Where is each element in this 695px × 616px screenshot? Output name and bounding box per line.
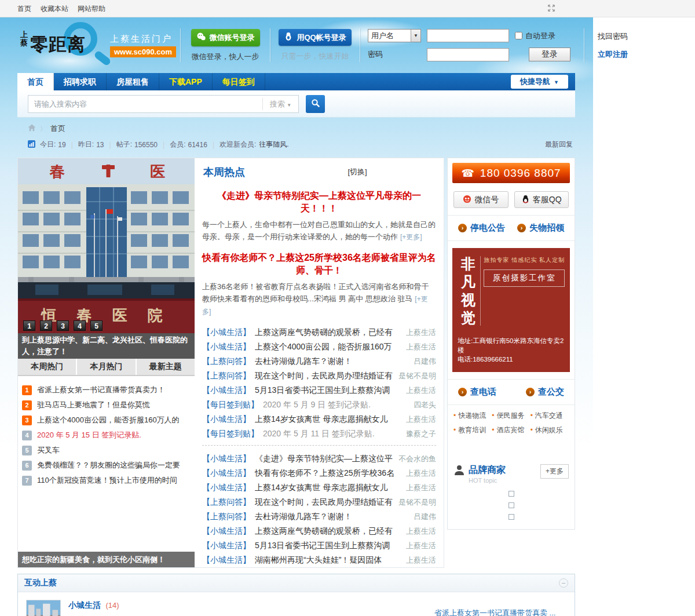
password-input[interactable] xyxy=(427,48,509,61)
fullscreen-icon[interactable] xyxy=(547,4,555,12)
thread-title-link[interactable]: 快看有你老师不？上蔡这25所学校36名 xyxy=(255,468,400,479)
hot-topic-link[interactable]: 110个新冠疫苗竞速！预计上市使用的时间 xyxy=(37,475,177,486)
carousel-page-button[interactable]: 4 xyxy=(74,320,86,331)
brand-merchants-title[interactable]: 品牌商家 xyxy=(469,464,506,476)
search-button[interactable] xyxy=(306,95,325,113)
notice-link[interactable]: › 停电公告 xyxy=(458,223,505,234)
new-member-link[interactable]: 往事随风. xyxy=(259,140,288,150)
carousel-page-button[interactable]: 3 xyxy=(57,320,69,331)
thread-title-link[interactable]: 去杜诗湖做几路车？谢谢！ xyxy=(255,512,408,522)
left-tab[interactable]: 最新主题 xyxy=(137,359,195,375)
thread-title-link[interactable]: 现在这个时间，去民政局办理结婚证有 xyxy=(255,371,393,381)
carousel-page-button[interactable]: 2 xyxy=(40,320,52,331)
topbar-link[interactable]: 收藏本站 xyxy=(41,5,68,13)
thread-author-link[interactable]: 上蔡生活 xyxy=(406,327,436,338)
service-link[interactable]: 休闲娱乐 xyxy=(531,425,569,435)
thread-title-link[interactable]: 湖南郴州再现“大头娃娃”！疑因固体 xyxy=(255,555,400,566)
thread-author-link[interactable]: 上蔡生活 xyxy=(406,414,436,425)
photo-studio-ad[interactable]: 非凡 视觉 旅拍专家 情感纪实 私人定制 原创摄影工作室 地址:工商银行南50米… xyxy=(452,248,570,372)
thread-author-link[interactable]: 四老头 xyxy=(414,400,436,410)
service-link[interactable]: 教育培训 xyxy=(453,425,492,435)
hot-topic-link[interactable]: 驻马店马上要地震了！但是你莫慌 xyxy=(37,400,150,410)
thread-category-link[interactable]: 【小城生活】 xyxy=(202,342,251,352)
service-link[interactable]: 汽车交通 xyxy=(531,411,569,421)
carousel-caption[interactable]: 到上蔡思源中学、新二高、龙兴社区、恒春医院的人，注意了！ xyxy=(18,333,195,359)
thread-author-link[interactable]: 上蔡生活 xyxy=(406,468,436,479)
thread-category-link[interactable]: 【小城生活】 xyxy=(202,483,251,493)
latest-replies-link[interactable]: 最新回复 xyxy=(545,140,573,150)
thread-title-link[interactable]: 去杜诗湖做几路车？谢谢！ xyxy=(255,356,408,367)
username-input[interactable] xyxy=(427,29,509,42)
breadcrumb-home-link[interactable]: 首页 xyxy=(50,123,65,134)
carousel[interactable]: 春 医 xyxy=(18,158,195,359)
hot-topic-link[interactable]: 免费领榴莲？？朋友圈的这些骗局你一定要 xyxy=(37,460,180,471)
thread-title-link[interactable]: 5月13日省委书记王国生到上蔡蔡沟调 xyxy=(255,385,400,396)
thread-title-link[interactable]: 上蔡14岁女孩离世 母亲志愿捐献女儿 xyxy=(255,483,400,493)
carousel-page-button[interactable]: 5 xyxy=(90,320,103,331)
thread-category-link[interactable]: 【每日签到贴】 xyxy=(202,429,259,439)
thread-title-link[interactable]: 《走进》母亲节特别纪实—上蔡这位平 xyxy=(255,454,393,464)
thread-author-link[interactable]: 上蔡生活 xyxy=(406,555,436,566)
notice-link[interactable]: › 失物招领 xyxy=(517,223,564,234)
more-link[interactable]: [+更多] xyxy=(400,233,422,241)
service-link[interactable]: 快递物流 xyxy=(453,411,492,421)
thread-title-link[interactable]: 上蔡这两座气势磅礴的观景桥，已经有 xyxy=(255,327,400,338)
nav-tab[interactable]: 下载APP xyxy=(159,73,213,90)
service-link[interactable]: 酒店宾馆 xyxy=(492,425,530,435)
thread-author-link[interactable]: 是铭不是明 xyxy=(398,497,436,508)
forum-name-link[interactable]: 小城生活 xyxy=(68,600,101,610)
thread-title-link[interactable]: 上蔡这个4000亩公园，能否折服160万 xyxy=(255,342,400,352)
hot-topic-link[interactable]: 省派上蔡女第一书记直播带货真卖力！ xyxy=(37,385,165,395)
thread-author-link[interactable]: 上蔡生活 xyxy=(406,342,436,352)
wechat-login-button[interactable]: 微信账号登录 xyxy=(191,29,260,46)
thread-author-link[interactable]: 豫蔡之子 xyxy=(406,429,436,439)
thread-author-link[interactable]: 吕建伟 xyxy=(414,356,436,367)
thread-author-link[interactable]: 吕建伟 xyxy=(414,512,436,522)
carousel-page-button[interactable]: 1 xyxy=(23,320,35,331)
qq-login-button[interactable]: 用QQ帐号登录 xyxy=(279,29,351,46)
hot-topic-link[interactable]: 2020 年 5 月 15 日 签到记录贴. xyxy=(37,430,141,440)
nav-tab[interactable]: 每日签到 xyxy=(213,73,265,90)
feature-headline[interactable]: 《走进》母亲节特别纪实—上蔡这位平凡母亲的一天！！！ xyxy=(202,189,436,215)
hot-topic-link[interactable]: 买叉车 xyxy=(37,445,60,455)
wechat-id-button[interactable]: 微信号 xyxy=(453,191,509,208)
more-button[interactable]: +更多 xyxy=(540,464,569,479)
login-button[interactable]: 登录 xyxy=(529,48,570,61)
collapse-icon[interactable]: – xyxy=(559,578,568,588)
thread-author-link[interactable]: 是铭不是明 xyxy=(398,371,436,381)
thread-category-link[interactable]: 【小城生活】 xyxy=(202,385,251,396)
thread-category-link[interactable]: 【小城生活】 xyxy=(202,327,251,338)
left-tab[interactable]: 本周热门 xyxy=(18,359,76,375)
thread-author-link[interactable]: 上蔡生活 xyxy=(406,483,436,493)
qq-service-button[interactable]: 客服QQ xyxy=(514,191,569,208)
find-password-link[interactable]: 找回密码 xyxy=(598,31,628,42)
thread-category-link[interactable]: 【上蔡问答】 xyxy=(202,371,251,381)
contact-phone-banner[interactable]: ☎ 180 0396 8807 xyxy=(452,163,570,183)
search-type-select[interactable]: 搜索 ▼ xyxy=(262,98,298,110)
thread-title-link[interactable]: 5月13日省委书记王国生到上蔡蔡沟调 xyxy=(255,541,400,551)
thread-category-link[interactable]: 【小城生活】 xyxy=(202,555,251,566)
hot-topic-link[interactable]: 上蔡这个4000亩公园，能否折服160万人的 xyxy=(37,415,180,425)
left-tab[interactable]: 本月热门 xyxy=(77,359,135,375)
thread-title-link[interactable]: 现在这个时间，去民政局办理结婚证有 xyxy=(255,497,393,508)
thread-category-link[interactable]: 【上蔡问答】 xyxy=(202,356,251,367)
thread-title-link[interactable]: 上蔡这两座气势磅礴的观景桥，已经有 xyxy=(255,526,400,537)
left-ad-banner[interactable]: 想吃正宗的新疆美食，就到天伦小区南侧！ xyxy=(18,552,195,567)
home-icon[interactable] xyxy=(28,124,36,133)
service-link[interactable]: 便民服务 xyxy=(492,411,530,421)
thread-author-link[interactable]: 上蔡生活 xyxy=(406,541,436,551)
forum-section-title[interactable]: 互动上蔡 xyxy=(24,578,57,588)
switch-link[interactable]: [切换] xyxy=(313,167,367,177)
search-input[interactable] xyxy=(28,100,262,108)
feature-headline[interactable]: 快看有你老师不？上蔡这25所学校36名老师被省里评为名师、骨干！ xyxy=(202,251,436,277)
lookup-link[interactable]: › 查电话 xyxy=(458,387,496,398)
thread-category-link[interactable]: 【上蔡问答】 xyxy=(202,512,251,522)
nav-tab[interactable]: 首页 xyxy=(17,73,54,90)
nav-tab[interactable]: 房屋租售 xyxy=(107,73,159,90)
thread-category-link[interactable]: 【每日签到贴】 xyxy=(202,400,259,410)
last-post-link[interactable]: 省派上蔡女第一书记直播带货真卖 ... xyxy=(434,608,566,616)
thread-author-link[interactable]: 上蔡生活 xyxy=(406,526,436,537)
topbar-link[interactable]: 网站帮助 xyxy=(78,5,105,13)
thread-category-link[interactable]: 【小城生活】 xyxy=(202,468,251,479)
nav-tab[interactable]: 招聘求职 xyxy=(54,73,107,90)
